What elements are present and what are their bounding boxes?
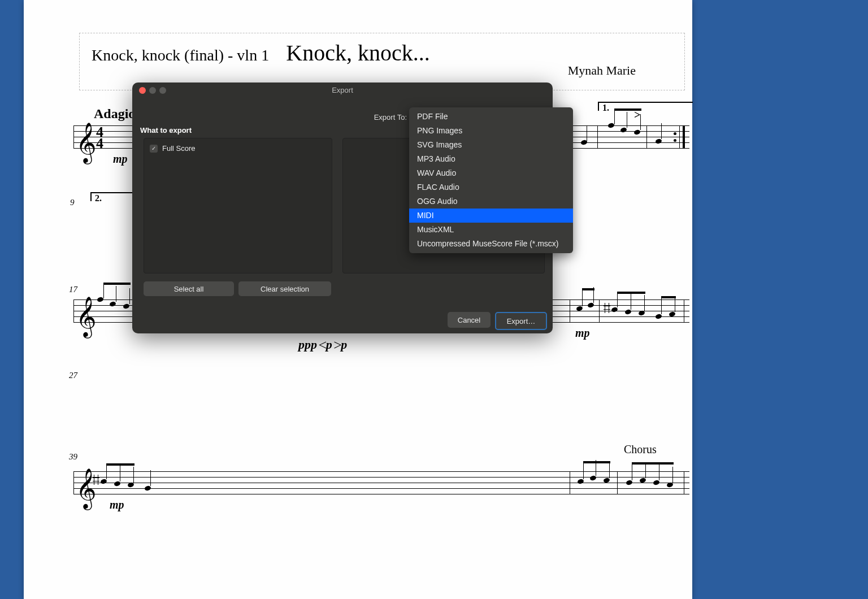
export-button[interactable]: Export… xyxy=(495,312,547,330)
export-to-label: Export To: xyxy=(370,113,407,121)
clear-selection-button[interactable]: Clear selection xyxy=(238,281,331,296)
dropdown-option-mscx[interactable]: Uncompressed MuseScore File (*.mscx) xyxy=(409,237,573,251)
dynamic-mp: mp xyxy=(113,153,128,166)
dialog-title: Export xyxy=(132,86,553,94)
cancel-button[interactable]: Cancel xyxy=(448,312,491,328)
dynamic-sequence: ppp < p > p xyxy=(298,336,347,353)
measure-number-17: 17 xyxy=(69,285,77,294)
dropdown-option-musicxml[interactable]: MusicXML xyxy=(409,223,573,237)
dropdown-option-ogg[interactable]: OGG Audio xyxy=(409,194,573,209)
measure-number-9: 9 xyxy=(70,198,75,207)
export-format-dropdown[interactable]: PDF File PNG Images SVG Images MP3 Audio… xyxy=(409,107,573,253)
dropdown-option-pdf[interactable]: PDF File xyxy=(409,110,573,124)
dropdown-option-mp3[interactable]: MP3 Audio xyxy=(409,152,573,166)
full-score-row[interactable]: ✓ Full Score xyxy=(150,144,196,153)
volta-1: 1. xyxy=(598,102,693,111)
dropdown-option-midi[interactable]: MIDI xyxy=(409,209,573,223)
measure-number-39: 39 xyxy=(69,452,77,462)
section-chorus: Chorus xyxy=(624,443,657,456)
dynamic-mp: mp xyxy=(575,327,590,340)
select-all-button[interactable]: Select all xyxy=(144,281,234,296)
time-sig-bottom: 4 xyxy=(96,138,103,149)
dropdown-option-flac[interactable]: FLAC Audio xyxy=(409,180,573,194)
system-3: 𝄞 mp Chorus xyxy=(73,460,689,501)
dropdown-option-svg[interactable]: SVG Images xyxy=(409,138,573,152)
accent: > xyxy=(634,108,640,121)
what-to-export-label: What to export xyxy=(140,126,192,134)
dialog-titlebar[interactable]: Export xyxy=(132,83,553,98)
parts-list[interactable]: ✓ Full Score xyxy=(144,138,332,274)
export-dialog: Export Export To: What to export ✓ Full … xyxy=(132,83,553,333)
score-title: Knock, knock... xyxy=(24,40,692,66)
checkbox-checked-icon[interactable]: ✓ xyxy=(150,145,158,153)
composer: Mynah Marie xyxy=(568,63,636,78)
dropdown-option-png[interactable]: PNG Images xyxy=(409,124,573,138)
full-score-label: Full Score xyxy=(162,144,196,153)
dynamic-mp: mp xyxy=(110,498,124,511)
dropdown-option-wav[interactable]: WAV Audio xyxy=(409,166,573,180)
measure-number-27: 27 xyxy=(69,371,77,380)
